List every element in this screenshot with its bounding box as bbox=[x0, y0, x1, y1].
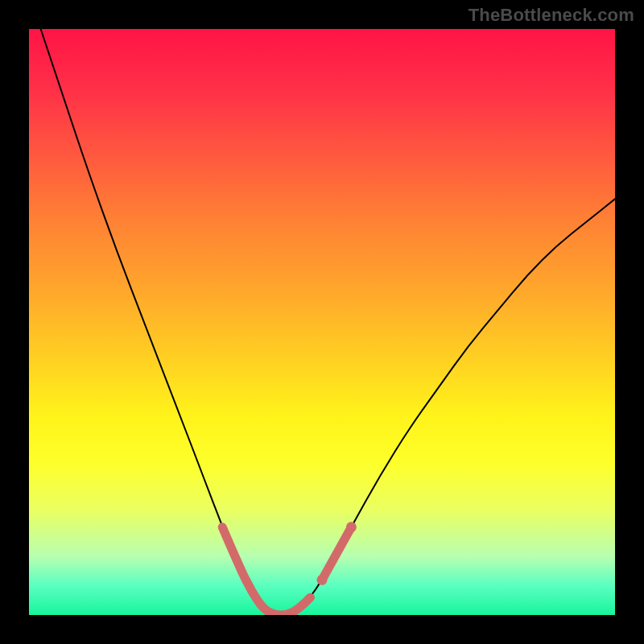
trough-highlight bbox=[222, 527, 310, 615]
plot-area bbox=[29, 29, 615, 615]
curve-layer bbox=[29, 29, 615, 615]
bottleneck-curve bbox=[41, 29, 615, 615]
chart-stage: TheBottleneck.com bbox=[0, 0, 644, 644]
watermark-text: TheBottleneck.com bbox=[469, 5, 634, 26]
highlight-dot bbox=[346, 522, 357, 532]
highlight-dot bbox=[317, 575, 328, 585]
right-highlight bbox=[322, 527, 351, 580]
